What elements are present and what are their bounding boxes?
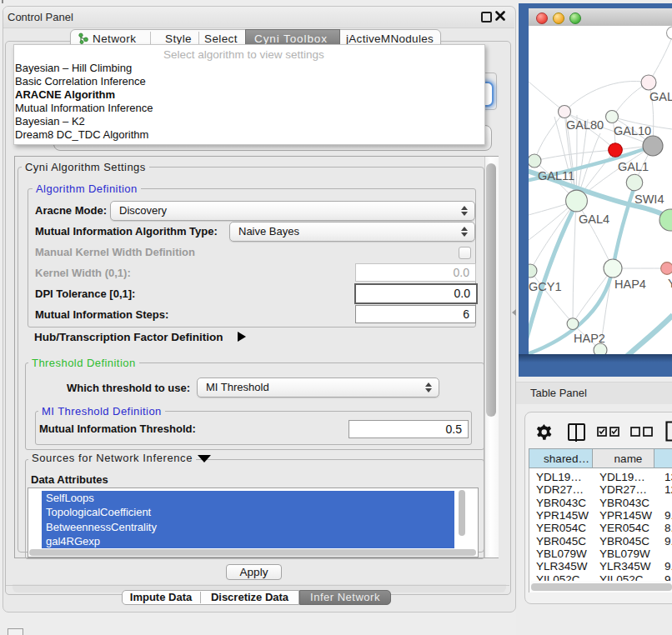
svg-text:GAL80: GAL80 — [566, 118, 604, 132]
svg-text:GAL11: GAL11 — [538, 169, 574, 182]
svg-text:HAP2: HAP2 — [574, 332, 605, 345]
svg-text:GAL1: GAL1 — [618, 160, 649, 173]
svg-text:GAL10: GAL10 — [614, 124, 651, 138]
svg-text:HAP4: HAP4 — [614, 278, 646, 291]
svg-text:Y: Y — [668, 277, 672, 290]
svg-text:GAL4: GAL4 — [579, 212, 609, 226]
svg-text:GAL7: GAL7 — [649, 90, 672, 103]
svg-text:SWI4: SWI4 — [634, 192, 664, 206]
svg-text:GCY1: GCY1 — [529, 280, 562, 293]
